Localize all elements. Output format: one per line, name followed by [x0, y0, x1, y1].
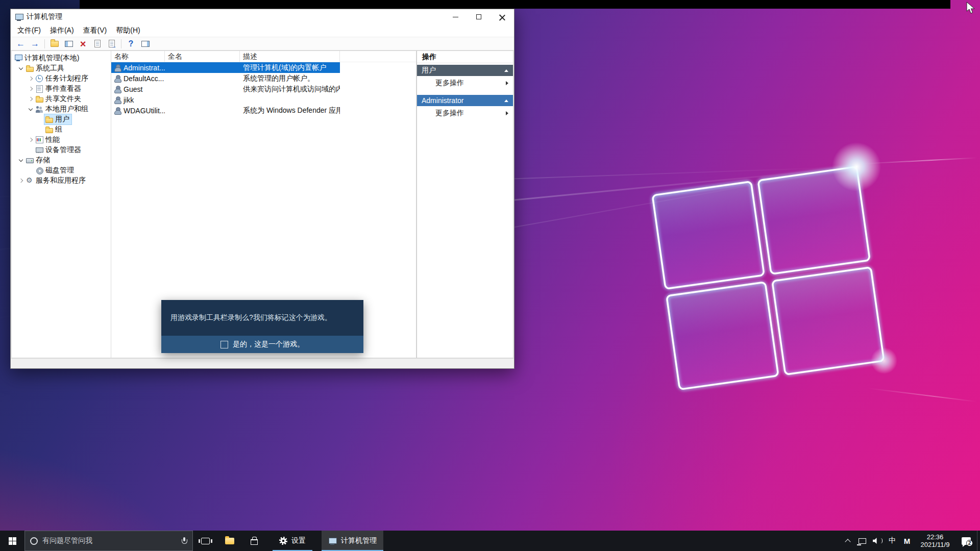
tree-item-storage[interactable]: 存储 [12, 155, 111, 165]
delete-button[interactable] [76, 38, 90, 49]
start-button[interactable] [0, 531, 24, 551]
user-row-guest[interactable]: Guest 供来宾访问计算机或访问域的内... [111, 84, 340, 94]
network-button[interactable] [854, 531, 870, 551]
windows-logo-icon [9, 537, 16, 545]
collapse-section-icon[interactable] [504, 69, 508, 72]
services-icon [26, 177, 34, 185]
clock[interactable]: 22:36 2021/11/9 [915, 533, 955, 548]
menu-action[interactable]: 操作(A) [45, 25, 79, 36]
expander-icon[interactable] [17, 177, 25, 185]
notification-badge: 2 [966, 540, 973, 546]
microsoft-store-button[interactable] [242, 531, 266, 551]
user-icon [113, 74, 121, 83]
properties-button[interactable] [90, 38, 104, 49]
menu-file[interactable]: 文件(F) [13, 25, 45, 36]
hidden-icons-button[interactable] [841, 531, 854, 551]
device-manager-icon [35, 146, 43, 154]
maximize-button[interactable] [467, 9, 491, 24]
expander-icon[interactable] [27, 85, 35, 93]
tree-item-services-applications[interactable]: 服务和应用程序 [12, 176, 111, 186]
shared-folders-icon [35, 95, 43, 103]
ime-logo-button[interactable]: M [899, 531, 915, 551]
speaker-wave-icon [880, 538, 883, 543]
user-row-administrator[interactable]: Administrat... 管理计算机(域)的内置帐户 [111, 62, 340, 73]
game-bar-footer: 是的，这是一个游戏。 [161, 336, 363, 353]
action-pane-icon [141, 41, 150, 47]
expander-icon[interactable] [27, 136, 35, 144]
action-center-button[interactable]: 2 [955, 531, 977, 551]
computer-management-taskbar-button[interactable]: 计算机管理 [322, 531, 383, 551]
system-tools-icon [26, 64, 34, 72]
expander-icon[interactable] [17, 64, 25, 72]
back-icon [16, 39, 25, 49]
yes-this-is-a-game-checkbox[interactable] [220, 341, 228, 348]
window-title: 计算机管理 [27, 12, 62, 21]
volume-button[interactable] [870, 531, 885, 551]
tree-item-system-tools[interactable]: 系统工具 [12, 63, 111, 73]
ime-mode-button[interactable]: 中 [885, 531, 899, 551]
ethernet-icon [859, 538, 866, 544]
task-view-button[interactable] [193, 531, 217, 551]
menu-view[interactable]: 查看(V) [79, 25, 112, 36]
microphone-icon[interactable] [181, 537, 187, 545]
up-level-button[interactable] [47, 38, 61, 49]
close-button[interactable] [491, 9, 514, 24]
expander-icon[interactable] [27, 95, 35, 103]
actions-section-administrator[interactable]: Administrator [417, 95, 513, 106]
column-header-fullname[interactable]: 全名 [165, 51, 240, 62]
actions-section-users[interactable]: 用户 [417, 65, 513, 76]
computer-icon [14, 54, 22, 62]
desktop: 计算机管理 文件(F) 操作(A) 查看(V) 帮助(H) [0, 0, 980, 551]
expander-icon[interactable] [27, 105, 35, 113]
collapse-section-icon[interactable] [504, 99, 508, 102]
tree-item-device-manager[interactable]: 设备管理器 [12, 145, 111, 155]
game-bar-message: 用游戏录制工具栏录制么?我们将标记这个为游戏。 [170, 313, 332, 322]
tree-item-task-scheduler[interactable]: 任务计划程序 [12, 73, 111, 84]
tree-item-performance[interactable]: 性能 [12, 135, 111, 145]
forward-button[interactable] [28, 38, 42, 49]
more-actions-administrator[interactable]: 更多操作 [417, 106, 513, 120]
minimize-icon [453, 17, 458, 17]
delete-icon [80, 40, 86, 48]
performance-icon [35, 136, 43, 144]
menu-help[interactable]: 帮助(H) [111, 25, 144, 36]
show-desktop-button[interactable] [977, 531, 980, 551]
more-actions-users[interactable]: 更多操作 [417, 76, 513, 90]
expander-icon[interactable] [27, 74, 35, 83]
tree-item-groups[interactable]: 组 [12, 124, 111, 135]
submenu-arrow-icon [506, 111, 508, 115]
tree-item-computer-management-local[interactable]: 计算机管理(本地) [12, 53, 111, 63]
column-header-name[interactable]: 名称 [111, 51, 165, 62]
chevron-up-icon [845, 539, 850, 544]
minimize-button[interactable] [444, 9, 467, 24]
file-explorer-button[interactable] [217, 531, 242, 551]
console-tree-icon [65, 41, 73, 47]
user-icon [113, 85, 121, 93]
action-pane-toggle-button[interactable] [138, 38, 152, 49]
column-header-description[interactable]: 描述 [240, 51, 340, 62]
speaker-icon [873, 538, 879, 544]
user-row-jikk[interactable]: jikk [111, 94, 340, 105]
taskbar: 有问题尽管问我 设置 计算机管理 中 M 22:36 2021/11/9 [0, 531, 980, 551]
export-list-button[interactable] [105, 38, 118, 49]
user-row-defaultaccount[interactable]: DefaultAcc... 系统管理的用户帐户。 [111, 73, 340, 84]
user-row-wdagutilityaccount[interactable]: WDAGUtilit... 系统为 Windows Defender 应用... [111, 105, 340, 116]
export-list-icon [109, 40, 115, 47]
tree-item-event-viewer[interactable]: 事件查看器 [12, 84, 111, 94]
title-bar[interactable]: 计算机管理 [11, 9, 514, 24]
tree-item-disk-management[interactable]: 磁盘管理 [12, 165, 111, 176]
tree-item-users[interactable]: 用户 [12, 114, 111, 124]
mouse-cursor [966, 2, 977, 15]
search-placeholder: 有问题尽管问我 [42, 536, 177, 545]
tree-item-shared-folders[interactable]: 共享文件夹 [12, 94, 111, 104]
help-button[interactable] [124, 38, 138, 49]
tree-item-local-users-groups[interactable]: 本地用户和组 [12, 104, 111, 114]
close-icon [499, 14, 505, 20]
search-box[interactable]: 有问题尽管问我 [24, 531, 193, 551]
console-tree-toggle-button[interactable] [62, 38, 76, 49]
computer-management-label: 计算机管理 [341, 536, 377, 545]
user-icon [113, 107, 121, 115]
settings-taskbar-button[interactable]: 设置 [273, 531, 312, 551]
expander-icon[interactable] [17, 156, 25, 164]
back-button[interactable] [14, 38, 28, 49]
